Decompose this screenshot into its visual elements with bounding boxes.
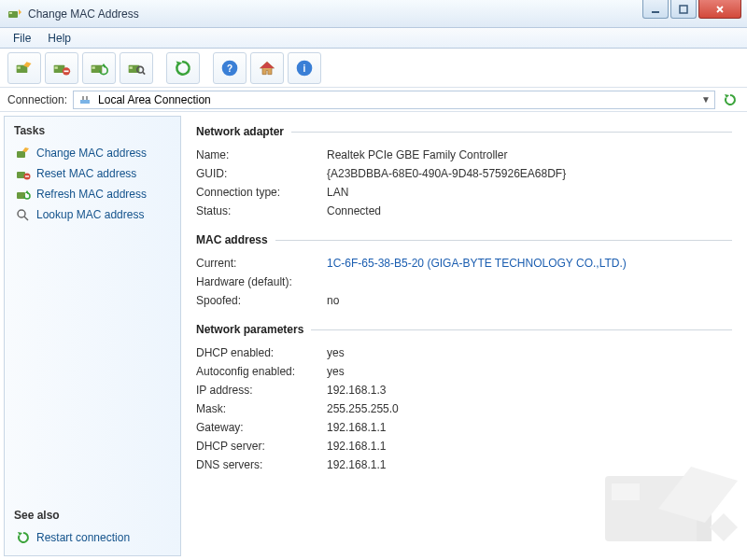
close-button[interactable]	[698, 0, 741, 19]
toolbar-help[interactable]: ?	[213, 52, 247, 84]
task-label: Lookup MAC address	[36, 208, 144, 221]
task-reset-mac[interactable]: Reset MAC address	[14, 163, 171, 184]
toolbar-change-mac[interactable]	[7, 52, 41, 84]
net-auto-key: Autoconfig enabled:	[196, 365, 327, 378]
menu-file[interactable]: File	[6, 30, 38, 47]
menu-help[interactable]: Help	[40, 30, 78, 47]
svg-rect-19	[80, 100, 90, 104]
net-gw-val: 192.168.1.1	[327, 421, 386, 434]
adapter-name-val: Realtek PCIe GBE Family Controller	[327, 148, 507, 161]
task-label: Refresh MAC address	[36, 188, 147, 201]
window-title: Change MAC Address	[28, 7, 642, 21]
chevron-down-icon: ▼	[701, 94, 711, 105]
mac-hw-key: Hardware (default):	[196, 275, 327, 288]
adapter-name-key: Name:	[196, 148, 327, 161]
refresh-mac-icon	[16, 187, 31, 202]
toolbar: ? i	[0, 49, 747, 88]
net-dhcp-key: DHCP enabled:	[196, 346, 327, 359]
svg-rect-5	[18, 66, 21, 69]
mac-spoof-val: no	[327, 294, 339, 307]
main: Tasks Change MAC address Reset MAC addre…	[0, 112, 747, 560]
svg-rect-22	[17, 151, 25, 158]
task-refresh-mac[interactable]: Refresh MAC address	[14, 184, 171, 204]
net-mask-key: Mask:	[196, 402, 327, 415]
svg-rect-1	[9, 12, 12, 14]
sidebar: Tasks Change MAC address Reset MAC addre…	[4, 116, 181, 556]
task-lookup-mac[interactable]: Lookup MAC address	[14, 204, 171, 225]
network-adapter-icon	[78, 91, 92, 108]
change-mac-icon	[16, 146, 31, 161]
net-auto-val: yes	[327, 365, 345, 378]
mac-current-key: Current:	[196, 257, 327, 270]
svg-rect-7	[55, 66, 58, 69]
task-label: Restart connection	[36, 531, 130, 544]
net-gw-key: Gateway:	[196, 421, 327, 434]
task-restart-connection[interactable]: Restart connection	[14, 527, 171, 548]
section-mac-address: MAC address Current:1C-6F-65-38-B5-20 (G…	[196, 233, 732, 310]
connection-refresh-button[interactable]	[721, 91, 740, 109]
adapter-guid-key: GUID:	[196, 167, 327, 180]
mac-current-val[interactable]: 1C-6F-65-38-B5-20 (GIGA-BYTE TECHNOLOGY …	[327, 257, 627, 270]
svg-rect-13	[130, 66, 133, 69]
svg-rect-25	[25, 175, 29, 176]
svg-rect-9	[64, 70, 69, 72]
toolbar-reset-mac[interactable]	[45, 52, 78, 84]
toolbar-lookup-mac[interactable]	[120, 52, 153, 84]
lookup-mac-icon	[16, 207, 31, 222]
adapter-status-val: Connected	[327, 204, 381, 217]
section-title: Network adapter	[196, 125, 284, 138]
svg-rect-28	[605, 476, 708, 541]
toolbar-refresh[interactable]	[166, 52, 200, 84]
net-dhcpsrv-key: DHCP server:	[196, 440, 327, 453]
task-label: Reset MAC address	[36, 167, 136, 180]
connection-selected: Local Area Connection	[98, 93, 211, 106]
toolbar-refresh-mac[interactable]	[82, 52, 116, 84]
window-controls	[642, 0, 741, 19]
svg-text:?: ?	[227, 63, 233, 74]
toolbar-home[interactable]	[250, 52, 284, 84]
section-network-adapter: Network adapter Name:Realtek PCIe GBE Fa…	[196, 125, 732, 220]
svg-rect-30	[697, 495, 712, 541]
tasks-heading: Tasks	[14, 124, 171, 137]
section-title: Network parameters	[196, 323, 303, 336]
section-network-parameters: Network parameters DHCP enabled:yes Auto…	[196, 323, 732, 474]
section-title: MAC address	[196, 233, 268, 246]
minimize-button[interactable]	[642, 0, 669, 19]
maximize-button[interactable]	[670, 0, 697, 19]
content: Network adapter Name:Realtek PCIe GBE Fa…	[181, 112, 747, 560]
adapter-guid-val: {A23BDBBA-68E0-490A-9D48-575926EA68DF}	[327, 167, 566, 180]
svg-point-27	[18, 210, 25, 217]
svg-rect-20	[82, 96, 84, 100]
mac-spoof-key: Spoofed:	[196, 294, 327, 307]
app-icon	[7, 7, 22, 21]
connection-select[interactable]: Local Area Connection ▼	[73, 91, 715, 109]
svg-rect-3	[680, 6, 687, 13]
adapter-conn-val: LAN	[327, 186, 348, 199]
toolbar-about[interactable]: i	[288, 52, 321, 84]
adapter-conn-key: Connection type:	[196, 186, 327, 199]
net-dns-val: 192.168.1.1	[327, 458, 386, 471]
see-also-heading: See also	[14, 509, 171, 522]
net-mask-val: 255.255.255.0	[327, 402, 399, 415]
svg-rect-21	[86, 96, 88, 100]
menubar: File Help	[0, 28, 747, 49]
connection-bar: Connection: Local Area Connection ▼	[0, 88, 747, 112]
net-dhcp-val: yes	[327, 346, 345, 359]
titlebar: Change MAC Address	[0, 0, 747, 28]
net-ip-val: 192.168.1.3	[327, 384, 386, 397]
svg-rect-29	[612, 483, 640, 500]
net-dns-key: DNS servers:	[196, 458, 327, 471]
reset-mac-icon	[16, 166, 31, 181]
task-change-mac[interactable]: Change MAC address	[14, 143, 171, 163]
task-label: Change MAC address	[36, 147, 147, 160]
adapter-status-key: Status:	[196, 204, 327, 217]
restart-icon	[16, 530, 31, 545]
svg-rect-2	[652, 11, 659, 13]
net-dhcpsrv-val: 192.168.1.1	[327, 440, 386, 453]
svg-text:i: i	[303, 63, 306, 74]
net-ip-key: IP address:	[196, 384, 327, 397]
svg-rect-11	[92, 66, 95, 69]
connection-label: Connection:	[7, 93, 67, 106]
